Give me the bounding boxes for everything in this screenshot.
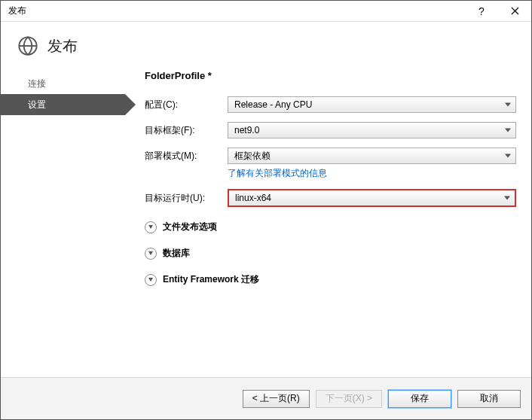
sidebar-item-label: 设置 xyxy=(28,99,46,111)
close-icon xyxy=(511,7,519,15)
chevron-down-icon xyxy=(505,129,511,132)
chevron-down-icon xyxy=(505,103,511,107)
globe-icon xyxy=(17,35,38,56)
select-value: net9.0 xyxy=(234,125,259,135)
dialog-footer: < 上一页(R) 下一页(X) > 保存 取消 xyxy=(1,377,531,419)
dialog-body: 连接 设置 FolderProfile * 配置(C): Release - A… xyxy=(1,67,531,377)
select-value: Release - Any CPU xyxy=(234,99,312,110)
sidebar-item-connection[interactable]: 连接 xyxy=(1,73,125,94)
save-button[interactable]: 保存 xyxy=(388,390,451,408)
chevron-down-icon xyxy=(145,248,157,260)
sidebar: 连接 设置 xyxy=(1,67,125,377)
chevron-down-icon xyxy=(145,221,157,233)
chevron-down-icon xyxy=(505,154,511,158)
expander-label: Entity Framework 迁移 xyxy=(163,273,259,286)
row-target-framework: 目标框架(F): net9.0 xyxy=(145,122,516,138)
expander-label: 数据库 xyxy=(163,247,190,260)
label-target-runtime: 目标运行时(U): xyxy=(145,192,228,205)
dialog-header: 发布 xyxy=(1,22,531,67)
next-button: 下一页(X) > xyxy=(316,390,382,408)
sidebar-item-label: 连接 xyxy=(28,78,46,90)
cancel-button[interactable]: 取消 xyxy=(457,390,521,408)
titlebar: 发布 ? xyxy=(1,1,531,22)
content-area: FolderProfile * 配置(C): Release - Any CPU… xyxy=(125,67,531,377)
select-value: linux-x64 xyxy=(235,193,271,203)
select-value: 框架依赖 xyxy=(234,150,271,163)
chevron-down-icon xyxy=(145,274,157,286)
row-target-runtime: 目标运行时(U): linux-x64 xyxy=(145,189,516,207)
expander-database[interactable]: 数据库 xyxy=(145,247,516,260)
select-target-runtime[interactable]: linux-x64 xyxy=(228,189,516,207)
label-deployment-mode: 部署模式(M): xyxy=(145,150,228,163)
row-deployment-mode: 部署模式(M): 框架依赖 xyxy=(145,148,516,164)
deployment-mode-link[interactable]: 了解有关部署模式的信息 xyxy=(228,168,327,178)
expander-file-publish-options[interactable]: 文件发布选项 xyxy=(145,221,516,233)
select-configuration[interactable]: Release - Any CPU xyxy=(228,96,516,113)
label-target-framework: 目标框架(F): xyxy=(145,124,228,137)
profile-title: FolderProfile * xyxy=(145,70,516,81)
prev-button[interactable]: < 上一页(R) xyxy=(243,390,310,408)
expander-label: 文件发布选项 xyxy=(163,221,217,233)
close-button[interactable] xyxy=(498,1,531,21)
deployment-mode-info: 了解有关部署模式的信息 xyxy=(145,167,516,180)
row-configuration: 配置(C): Release - Any CPU xyxy=(145,96,516,113)
label-configuration: 配置(C): xyxy=(145,99,228,111)
sidebar-item-settings[interactable]: 设置 xyxy=(1,94,125,115)
window-title: 发布 xyxy=(8,5,465,17)
publish-dialog: 发布 ? 发布 连接 设置 FolderProfile * 配置(C): xyxy=(0,0,532,420)
chevron-down-icon xyxy=(504,196,510,200)
select-target-framework[interactable]: net9.0 xyxy=(228,122,516,138)
help-button[interactable]: ? xyxy=(465,1,498,21)
select-deployment-mode[interactable]: 框架依赖 xyxy=(228,148,516,164)
expander-ef-migrations[interactable]: Entity Framework 迁移 xyxy=(145,273,516,286)
page-title: 发布 xyxy=(47,36,78,56)
